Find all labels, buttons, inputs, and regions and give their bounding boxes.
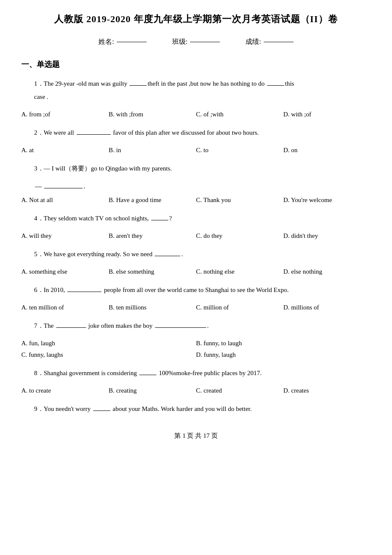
question-2-text: 2．We were all favor of this plan after w… — [21, 127, 371, 139]
question-7: 7．The joke often makes the boy . — [21, 320, 371, 332]
question-7-options: A. fun, laugh B. funny, to laugh C. funn… — [21, 338, 371, 361]
question-8: 8．Shanghai government is considering 100… — [21, 367, 371, 379]
question-6-text: 6．In 2010, people from all over the worl… — [21, 284, 371, 296]
question-9-text: 9．You needn't worry about your Maths. Wo… — [21, 403, 371, 415]
question-7-text: 7．The joke often makes the boy . — [21, 320, 371, 332]
score-field: 成绩: — [245, 38, 293, 46]
name-field: 姓名: — [98, 38, 146, 46]
question-1-text: 1．The 29-year -old man was guilty theft … — [21, 78, 371, 90]
header-fields: 姓名: 班级: 成绩: — [21, 38, 371, 46]
question-3: 3．— I will（将要）go to Qingdao with my pare… — [21, 163, 371, 174]
page-title: 人教版 2019-2020 年度九年级上学期第一次月考英语试题（II）卷 — [21, 13, 371, 26]
question-4-options: A. will they B. aren't they C. do they D… — [21, 230, 371, 242]
question-6: 6．In 2010, people from all over the worl… — [21, 284, 371, 296]
question-1-options: A. from ;of B. with ;from C. of ;with D.… — [21, 109, 371, 120]
question-3-options: A. Not at all B. Have a good time C. Tha… — [21, 194, 371, 206]
question-8-text: 8．Shanghai government is considering 100… — [21, 367, 371, 379]
section1-title: 一、单选题 — [21, 59, 371, 69]
footer: 第 1 页 共 17 页 — [21, 432, 371, 440]
question-9: 9．You needn't worry about your Maths. Wo… — [21, 403, 371, 415]
question-4: 4．They seldom watch TV on school nights,… — [21, 213, 371, 224]
question-3-text: 3．— I will（将要）go to Qingdao with my pare… — [21, 163, 371, 174]
question-1: 1．The 29-year -old man was guilty theft … — [21, 78, 371, 103]
question-4-text: 4．They seldom watch TV on school nights,… — [21, 213, 371, 224]
question-2-options: A. at B. in C. to D. on — [21, 145, 371, 156]
class-field: 班级: — [172, 38, 220, 46]
question-5: 5．We have got everything ready. So we ne… — [21, 249, 371, 260]
question-3-continuation: — . — [21, 180, 371, 193]
question-5-text: 5．We have got everything ready. So we ne… — [21, 249, 371, 260]
question-8-options: A. to create B. creating C. created D. c… — [21, 385, 371, 396]
question-6-options: A. ten million of B. ten millions C. mil… — [21, 302, 371, 313]
question-2: 2．We were all favor of this plan after w… — [21, 127, 371, 139]
question-5-options: A. something else B. else something C. n… — [21, 266, 371, 278]
